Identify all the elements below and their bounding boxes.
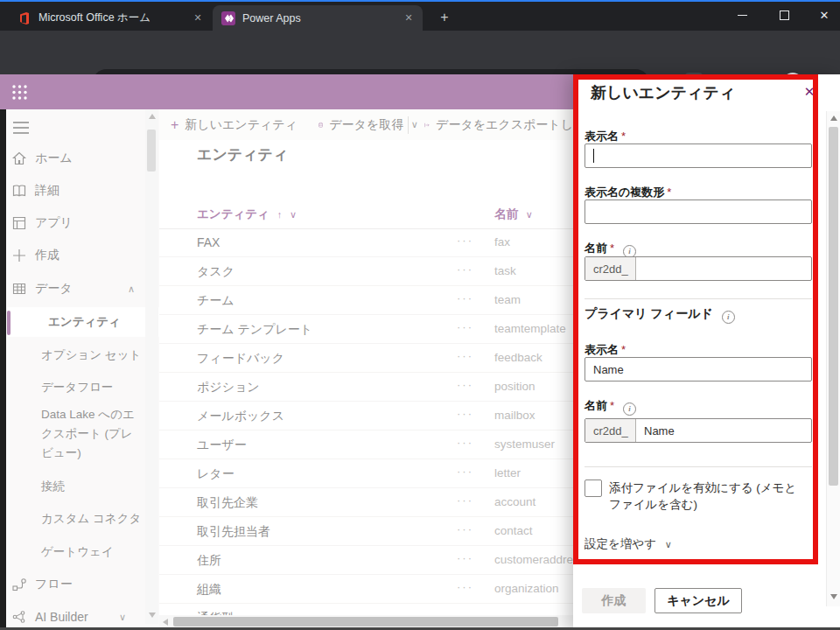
- required-asterisk: *: [667, 186, 671, 199]
- tab-title: Power Apps: [242, 12, 395, 24]
- section-text: プライマリ フィールド: [584, 306, 713, 320]
- field-label-pf-name: 名前*i: [584, 398, 636, 416]
- primary-field-section-title: プライマリ フィールドi: [584, 306, 735, 324]
- field-label-display-name: 表示名*: [584, 129, 626, 144]
- info-icon[interactable]: i: [722, 311, 735, 324]
- browser-toolbar: ← → make.powerapps.com/environments/869c…: [0, 31, 840, 74]
- office-favicon-icon: [18, 11, 32, 25]
- panel-scrollbar[interactable]: [826, 111, 840, 606]
- new-tab-button[interactable]: +: [435, 8, 454, 27]
- name-prefix: cr2dd_: [585, 257, 636, 280]
- panel-title: 新しいエンティティ: [591, 82, 735, 103]
- field-label-name: 名前*i: [584, 241, 636, 258]
- chevron-down-icon: ∨: [665, 539, 672, 550]
- scroll-up-icon[interactable]: [830, 116, 837, 121]
- window-minimize-button[interactable]: [728, 4, 756, 25]
- label-text: 表示名: [584, 343, 619, 356]
- new-entity-panel: 新しいエンティティ ✕ 表示名* 表示名の複数形* 名前*i cr2dd_ プラ…: [573, 74, 840, 630]
- label-text: 名前: [584, 242, 607, 255]
- display-name-input[interactable]: [584, 144, 812, 168]
- tab-close-icon[interactable]: ✕: [402, 12, 416, 24]
- powerapps-favicon-icon: [221, 11, 235, 25]
- window-top-accent: [0, 0, 840, 2]
- attachments-checkbox-label[interactable]: 添付ファイルを有効にする (メモとファイルを含む): [609, 480, 808, 513]
- window-maximize-button[interactable]: [770, 4, 798, 25]
- pf-name-input[interactable]: cr2dd_Name: [584, 418, 812, 443]
- attachments-checkbox[interactable]: [584, 480, 602, 497]
- plural-name-input[interactable]: [584, 200, 812, 224]
- divider: [584, 298, 812, 299]
- info-icon[interactable]: i: [623, 402, 636, 416]
- text-caret: [593, 149, 594, 163]
- more-settings-label: 設定を増やす: [584, 537, 656, 550]
- panel-close-icon[interactable]: ✕: [801, 83, 818, 101]
- window-left-edge: [0, 109, 6, 630]
- create-button[interactable]: 作成: [582, 588, 646, 613]
- tab-title: Microsoft Office ホーム: [38, 10, 184, 25]
- pf-display-name-input[interactable]: Name: [584, 357, 812, 382]
- more-settings-toggle[interactable]: 設定を増やす ∨: [584, 536, 672, 552]
- label-text: 表示名: [584, 130, 619, 143]
- minimize-icon: [738, 15, 747, 16]
- cancel-button[interactable]: キャンセル: [654, 588, 742, 613]
- tab-close-icon[interactable]: ✕: [191, 12, 205, 24]
- scrollbar-thumb[interactable]: [829, 127, 838, 486]
- input-value: Name: [593, 363, 624, 376]
- tab-powerapps[interactable]: Power Apps ✕: [213, 5, 423, 31]
- input-value: Name: [644, 424, 675, 438]
- scroll-down-icon[interactable]: [830, 594, 837, 599]
- required-asterisk: *: [610, 399, 614, 412]
- tab-strip: Microsoft Office ホーム ✕ Power Apps ✕ + ✕: [0, 0, 840, 31]
- window-close-button[interactable]: ✕: [810, 4, 838, 25]
- label-text: 名前: [584, 399, 607, 412]
- tab-office[interactable]: Microsoft Office ホーム ✕: [9, 5, 212, 31]
- name-prefix: cr2dd_: [585, 419, 636, 442]
- field-label-pf-display-name: 表示名*: [584, 342, 626, 358]
- maximize-icon: [780, 10, 789, 20]
- browser-window: Microsoft Office ホーム ✕ Power Apps ✕ + ✕ …: [0, 0, 840, 630]
- required-asterisk: *: [621, 130, 626, 143]
- name-input[interactable]: cr2dd_: [584, 256, 812, 281]
- label-text: 表示名の複数形: [584, 186, 664, 199]
- field-label-plural-name: 表示名の複数形*: [584, 185, 671, 200]
- divider: [584, 466, 812, 467]
- required-asterisk: *: [610, 242, 614, 255]
- required-asterisk: *: [621, 343, 626, 356]
